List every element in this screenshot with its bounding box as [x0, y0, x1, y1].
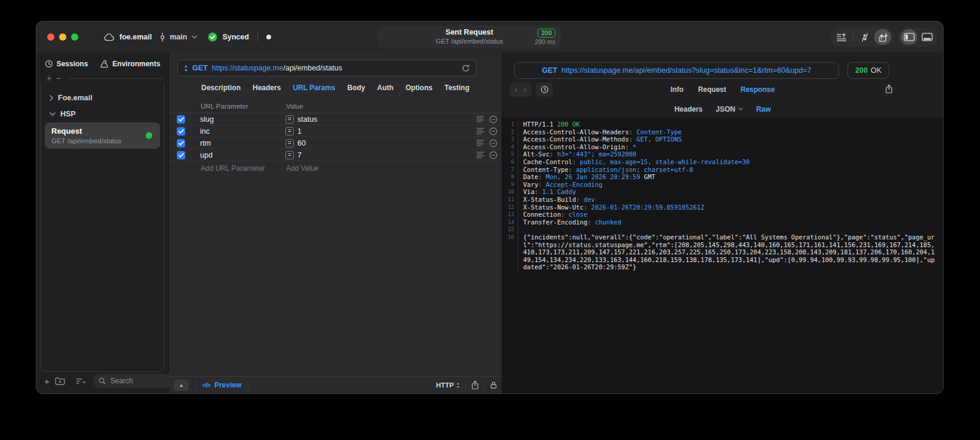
branch-name[interactable]: main [170, 33, 187, 41]
editor-tab-url-params[interactable]: URL Params [293, 84, 335, 92]
tree-group-foe-email[interactable]: Foe.email [44, 90, 161, 106]
toggle-bottom-panel-button[interactable] [918, 29, 935, 45]
request-url-bar[interactable]: GET https://statuspage.me/api/embed/stat… [177, 60, 477, 76]
request-duration: 280 ms [535, 38, 555, 45]
project-name[interactable]: foe.email [119, 33, 152, 41]
sidebar-toolbar: + [36, 372, 168, 393]
add-value-placeholder[interactable]: Add Value [286, 164, 319, 173]
zoom-window-button[interactable] [71, 33, 78, 41]
tree-group-hsp[interactable]: HSP [44, 106, 161, 122]
expand-panel-button[interactable]: ▲ [174, 380, 189, 391]
request-editor-tabs: DescriptionHeadersURL ParamsBodyAuthOpti… [169, 76, 502, 99]
add-param-row[interactable]: Add URL Parameter Add Value [169, 161, 502, 175]
add-session-button[interactable]: + [44, 75, 54, 82]
viewer-subtab-json[interactable]: JSON [716, 105, 744, 113]
request-list-item-selected[interactable]: Request GET /api/embed/status [45, 122, 160, 149]
divider [484, 381, 485, 390]
param-checkbox[interactable] [177, 151, 185, 159]
column-value: Value [286, 103, 303, 110]
history-button[interactable] [536, 82, 553, 97]
minimize-window-button[interactable] [59, 33, 66, 41]
line-number: 6 [502, 158, 518, 166]
param-row-slug: slug=status [169, 113, 502, 125]
share-request-button[interactable] [471, 380, 479, 390]
preview-button[interactable]: </> Preview [202, 381, 241, 389]
line-number: 14 [502, 219, 518, 226]
resend-request-button[interactable] [462, 64, 470, 73]
param-value[interactable]: status [297, 115, 317, 124]
line-number: 4 [502, 143, 518, 151]
sort-list-button[interactable] [76, 378, 86, 384]
param-checkbox[interactable] [177, 139, 185, 147]
equals-icon: = [285, 127, 294, 136]
response-status-code: 200 [855, 66, 868, 75]
request-success-dot [146, 133, 152, 139]
param-name[interactable]: slug [200, 115, 285, 124]
lock-button[interactable] [490, 381, 497, 389]
param-name[interactable]: upd [200, 151, 285, 159]
new-folder-button[interactable] [55, 377, 65, 385]
viewer-tab-request[interactable]: Request [698, 85, 726, 94]
add-param-placeholder[interactable]: Add URL Parameter [201, 164, 286, 173]
sent-request-url-box[interactable]: GET https://statuspage.me/api/embed/stat… [514, 62, 839, 79]
response-body[interactable]: 1HTTP/1.1 200 OK2Access-Control-Allow-He… [502, 118, 943, 393]
sync-check-icon [208, 32, 217, 42]
export-response-button[interactable] [885, 84, 893, 94]
line-text: X-Status-Build: dev [518, 196, 943, 204]
new-request-button[interactable]: + [44, 377, 50, 385]
session-list-controls: + − [44, 74, 164, 82]
merge-changes-button[interactable] [856, 29, 873, 45]
param-remove-button[interactable] [489, 115, 497, 124]
viewer-tab-info[interactable]: Info [671, 85, 684, 94]
toggle-sidebar-button[interactable] [901, 29, 917, 45]
param-options-button[interactable] [477, 152, 484, 158]
editor-tab-description[interactable]: Description [201, 84, 241, 92]
editor-tab-options[interactable]: Options [405, 84, 432, 92]
line-text [518, 226, 943, 233]
method-stepper-icon[interactable] [184, 64, 188, 72]
request-method[interactable]: GET [192, 64, 208, 72]
viewer-tab-response[interactable]: Response [741, 85, 775, 94]
editor-tab-headers[interactable]: Headers [253, 84, 281, 92]
param-checkbox[interactable] [177, 127, 185, 136]
nav-back-button[interactable]: ‹ [515, 85, 518, 94]
line-text: Date: Mon, 26 Jan 2026 20:29:59 GMT [518, 173, 943, 181]
tab-sessions[interactable]: Sessions [45, 60, 88, 68]
param-value[interactable]: 60 [297, 139, 306, 147]
param-remove-button[interactable] [489, 139, 497, 147]
param-remove-button[interactable] [489, 127, 497, 136]
param-options-button[interactable] [477, 116, 484, 122]
folder-plus-icon [55, 377, 65, 385]
nav-forward-button[interactable]: › [524, 85, 527, 94]
protocol-selector[interactable]: HTTP [436, 381, 460, 389]
param-row-inc: inc=1 [169, 125, 502, 137]
viewer-subtab-headers[interactable]: Headers [674, 105, 702, 113]
import-response-button[interactable] [874, 29, 891, 45]
protocol-label: HTTP [436, 381, 454, 389]
request-url-host[interactable]: https://statuspage.me [212, 64, 284, 72]
layout-toggles-group [898, 27, 938, 47]
param-options-button[interactable] [477, 140, 484, 146]
remove-session-button[interactable]: − [54, 75, 63, 82]
request-url-path[interactable]: /api/embed/status [283, 64, 342, 72]
export-lines-icon [836, 33, 847, 42]
line-number: 13 [502, 211, 518, 219]
editor-tab-testing[interactable]: Testing [444, 84, 469, 92]
request-summary-pill[interactable]: Sent Request GET /api/embed/status 200 2… [378, 26, 561, 48]
editor-tab-body[interactable]: Body [348, 84, 365, 92]
viewer-subtab-raw[interactable]: Raw [756, 105, 771, 113]
export-session-button[interactable] [833, 29, 850, 45]
lock-icon [490, 381, 497, 389]
param-checkbox[interactable] [177, 115, 185, 124]
chevron-down-icon[interactable] [192, 35, 197, 39]
param-name[interactable]: inc [200, 127, 285, 136]
param-value[interactable]: 1 [297, 127, 302, 136]
close-window-button[interactable] [47, 33, 54, 41]
param-value[interactable]: 7 [297, 151, 302, 159]
editor-tab-auth[interactable]: Auth [377, 84, 394, 92]
param-options-button[interactable] [477, 128, 484, 134]
tab-environments[interactable]: Environments [100, 60, 160, 68]
param-name[interactable]: rtm [200, 139, 285, 147]
sync-status[interactable]: Synced [222, 33, 248, 41]
param-remove-button[interactable] [489, 151, 497, 159]
